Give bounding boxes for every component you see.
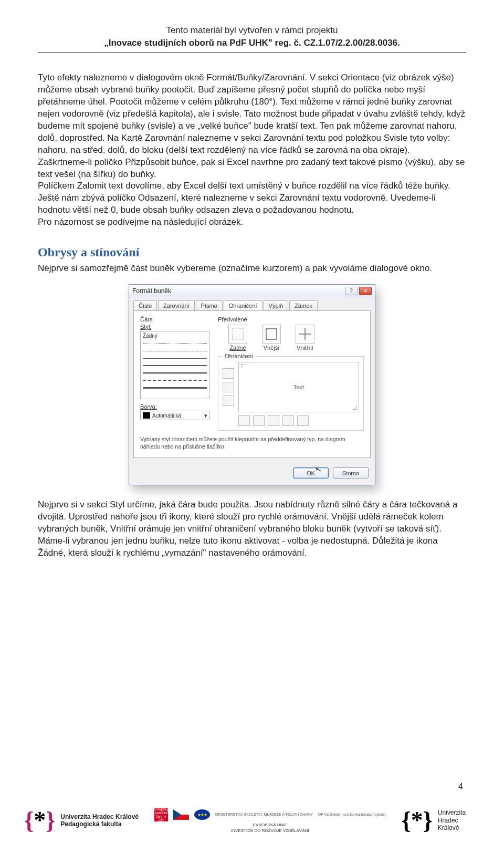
preset-outer-icon <box>266 328 277 340</box>
preview-text: Text <box>293 384 304 390</box>
border-bottom-button[interactable] <box>223 396 234 406</box>
hint-text: Vybraný styl ohraničení můžete použít kl… <box>140 436 364 450</box>
line-label: Čára <box>140 316 213 322</box>
border-middle-h-button[interactable] <box>223 382 234 392</box>
color-value: Automatická <box>152 413 202 419</box>
tab-fill[interactable]: Výplň <box>264 300 289 310</box>
paragraph: Nejprve si samozřejmě část buněk vyberem… <box>38 263 466 275</box>
preset-none-icon <box>232 328 244 340</box>
style-label: Styl: <box>140 324 213 330</box>
paragraph: Zaškrtneme-li políčko Přizpůsobit buňce,… <box>38 157 466 181</box>
uhk-pdf-logo: {*} Univerzita Hradec Králové Pedagogick… <box>24 811 139 830</box>
tab-border[interactable]: Ohraničení <box>224 300 262 310</box>
preset-inner[interactable]: Vnitřní <box>296 325 314 351</box>
tab-number[interactable]: Číslo <box>133 300 157 310</box>
color-swatch <box>143 412 150 419</box>
header-line1: Tento materiál byl vytvořen v rámci proj… <box>38 25 466 36</box>
tab-font[interactable]: Písmo <box>196 300 223 310</box>
page-number: 4 <box>458 782 463 792</box>
tab-protection[interactable]: Zámek <box>289 300 318 310</box>
border-top-button[interactable] <box>223 368 234 379</box>
section-heading: Obrysy a stínování <box>38 245 466 259</box>
uhk-logo: {*} Univerzita Hradec Králové <box>402 809 466 831</box>
dialog-title: Formát buněk <box>132 287 343 295</box>
preset-inner-label: Vnitřní <box>297 345 313 351</box>
style-none-option[interactable]: Žádný <box>141 331 209 340</box>
line-style-list[interactable]: Žádný <box>140 331 209 399</box>
flag-eu-icon: ★★★ <box>194 809 210 820</box>
border-diag-down-button[interactable] <box>297 415 309 426</box>
footer: {*} Univerzita Hradec Králové Pedagogick… <box>0 798 504 843</box>
header-line2: „Inovace studijních oborů na PdF UHK" re… <box>38 38 466 48</box>
close-button[interactable]: ✕ <box>359 287 372 295</box>
preset-outer[interactable]: Vnější <box>262 325 281 351</box>
eu-label: EVROPSKÁ UNIE <box>253 823 287 827</box>
paragraph: Tyto efekty nalezneme v dialogovém okně … <box>38 72 466 157</box>
chevron-down-icon: ▾ <box>202 412 209 419</box>
paragraph: Nejprve si v sekci Styl určíme, jaká čár… <box>38 499 466 559</box>
msmt-label: MINISTERSTVO ŠKOLSTVÍ, MLÁDEŽE A TĚLOVÝC… <box>215 813 313 816</box>
border-middle-v-button[interactable] <box>268 415 279 426</box>
preset-inner-icon <box>299 328 311 340</box>
preset-none-label: Žádné <box>229 345 246 351</box>
invest-label: INVESTICE DO ROZVOJE VZDĚLÁVÁNÍ <box>231 828 309 833</box>
header-rule <box>38 53 466 53</box>
paragraph: Pro názornost se podívejme na následujíc… <box>38 216 466 228</box>
flag-cz-icon <box>173 809 189 820</box>
border-right-button[interactable] <box>282 415 294 426</box>
asterisk-icon: {*} <box>24 811 55 830</box>
color-dropdown[interactable]: Automatická ▾ <box>140 411 209 420</box>
border-group-legend: Ohraničení <box>223 353 255 359</box>
preset-none[interactable]: Žádné <box>228 325 247 351</box>
asterisk-icon: {*} <box>402 811 433 830</box>
body-text: Tyto efekty nalezneme v dialogovém okně … <box>38 72 466 228</box>
color-label: Barva: <box>140 403 213 410</box>
border-preview[interactable]: Text ↖ <box>238 362 359 412</box>
dialog-titlebar[interactable]: Formát buněk ? ✕ <box>129 285 375 297</box>
opvk-label: OP Vzdělávání pro konkurenceschopnost <box>318 813 386 816</box>
esf-logo: evropský sociální fond v ČR <box>154 808 168 821</box>
tab-strip: Číslo Zarovnání Písmo Ohraničení Výplň Z… <box>129 297 375 310</box>
format-cells-dialog: Formát buněk ? ✕ Číslo Zarovnání Písmo O… <box>129 284 375 485</box>
ok-button[interactable]: OK <box>293 467 329 478</box>
border-left-button[interactable] <box>253 415 265 426</box>
tab-alignment[interactable]: Zarovnání <box>158 300 195 310</box>
cancel-button[interactable]: Storno <box>333 467 369 478</box>
presets-label: Předvolené <box>218 316 364 322</box>
border-group: Ohraničení Text ↖ <box>218 356 364 431</box>
eu-funding-block: evropský sociální fond v ČR ★★★ MINISTER… <box>154 808 386 833</box>
paragraph: Políčkem Zalomit text dovolíme, aby Exce… <box>38 180 466 192</box>
border-diag-up-button[interactable] <box>238 415 250 426</box>
preset-outer-label: Vnější <box>264 345 280 351</box>
help-button[interactable]: ? <box>345 287 358 295</box>
tab-panel-border: Čára Styl: Žádný Barva: <box>133 310 371 458</box>
paragraph: Ještě nám zbývá políčko Odsazení, které … <box>38 192 466 216</box>
